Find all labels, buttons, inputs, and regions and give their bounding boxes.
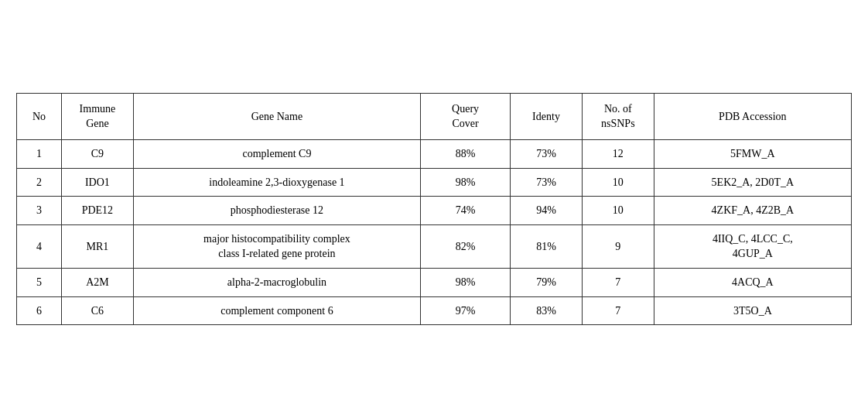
cell-identy: 81% [511,224,583,268]
cell-pdb-accession: 3T5O_A [654,296,851,325]
cell-immune-gene: C9 [62,140,134,169]
cell-gene-name: indoleamine 2,3-dioxygenase 1 [133,168,420,197]
cell-query-cover: 98% [421,268,511,296]
header-no-snps: No. ofnsSNPs [582,93,654,139]
cell-no-snps: 9 [582,224,654,268]
cell-gene-name: major histocompatibility complexclass I-… [133,224,420,268]
cell-query-cover: 82% [421,224,511,268]
cell-query-cover: 98% [421,168,511,197]
table-row: 2IDO1indoleamine 2,3-dioxygenase 198%73%… [17,168,852,197]
cell-gene-name: complement C9 [133,140,420,169]
cell-pdb-accession: 5EK2_A, 2D0T_A [654,168,851,197]
cell-no-snps: 7 [582,296,654,325]
header-row: No ImmuneGene Gene Name QueryCover Ident… [17,93,852,139]
cell-no-snps: 7 [582,268,654,296]
table-row: 6C6complement component 697%83%73T5O_A [17,296,852,325]
cell-no: 2 [17,168,62,197]
cell-immune-gene: A2M [62,268,134,296]
table-row: 5A2Malpha-2-macroglobulin98%79%74ACQ_A [17,268,852,296]
table-row: 1C9complement C988%73%125FMW_A [17,140,852,169]
cell-query-cover: 88% [421,140,511,169]
cell-identy: 73% [511,168,583,197]
cell-no: 1 [17,140,62,169]
cell-pdb-accession: 5FMW_A [654,140,851,169]
cell-identy: 83% [511,296,583,325]
header-pdb-accession: PDB Accession [654,93,851,139]
cell-immune-gene: IDO1 [62,168,134,197]
cell-no: 4 [17,224,62,268]
cell-pdb-accession: 4ACQ_A [654,268,851,296]
cell-pdb-accession: 4IIQ_C, 4LCC_C,4GUP_A [654,224,851,268]
cell-no-snps: 10 [582,168,654,197]
cell-gene-name: alpha-2-macroglobulin [133,268,420,296]
cell-no: 6 [17,296,62,325]
cell-identy: 73% [511,140,583,169]
header-gene-name: Gene Name [133,93,420,139]
table-row: 4MR1major histocompatibility complexclas… [17,224,852,268]
header-query-cover: QueryCover [421,93,511,139]
header-identy: Identy [511,93,583,139]
cell-immune-gene: C6 [62,296,134,325]
header-immune-gene: ImmuneGene [62,93,134,139]
cell-no: 5 [17,268,62,296]
cell-query-cover: 74% [421,197,511,225]
header-no: No [17,93,62,139]
data-table: No ImmuneGene Gene Name QueryCover Ident… [16,93,852,325]
table-row: 3PDE12phosphodiesterase 1274%94%104ZKF_A… [17,197,852,225]
main-table-container: No ImmuneGene Gene Name QueryCover Ident… [16,93,852,325]
cell-no-snps: 10 [582,197,654,225]
cell-gene-name: phosphodiesterase 12 [133,197,420,225]
cell-no-snps: 12 [582,140,654,169]
cell-identy: 79% [511,268,583,296]
cell-immune-gene: MR1 [62,224,134,268]
cell-gene-name: complement component 6 [133,296,420,325]
cell-no: 3 [17,197,62,225]
cell-query-cover: 97% [421,296,511,325]
cell-identy: 94% [511,197,583,225]
cell-immune-gene: PDE12 [62,197,134,225]
cell-pdb-accession: 4ZKF_A, 4Z2B_A [654,197,851,225]
